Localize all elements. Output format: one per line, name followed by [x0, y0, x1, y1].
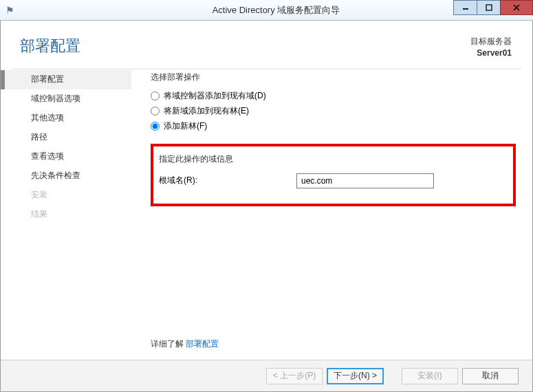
highlight-box: 指定此操作的域信息 根域名(R): [151, 144, 516, 206]
prev-button: < 上一步(P) [266, 368, 323, 384]
radio-add-dc-existing-domain[interactable]: 将域控制器添加到现有域(D) [151, 89, 516, 104]
minimize-button[interactable] [453, 0, 477, 15]
window-controls [454, 0, 533, 15]
more-info-link[interactable]: 部署配置 [186, 339, 219, 349]
radio-add-domain-existing-forest[interactable]: 将新域添加到现有林(E) [151, 104, 516, 119]
radio-input[interactable] [151, 122, 160, 131]
target-server-block: 目标服务器 Server01 [470, 36, 512, 59]
target-server-name: Server01 [470, 47, 512, 59]
next-button[interactable]: 下一步(N) > [327, 368, 384, 384]
sidebar-label: 先决条件检查 [31, 170, 80, 182]
install-button: 安装(I) [402, 368, 458, 384]
maximize-button[interactable] [477, 0, 501, 15]
root-domain-row: 根域名(R): [159, 173, 503, 188]
more-info-area: 详细了解 部署配置 [151, 338, 219, 350]
radio-input[interactable] [151, 91, 160, 100]
sidebar-label: 部署配置 [31, 74, 64, 85]
sidebar-label: 安装 [31, 189, 47, 201]
btn-label: 安装(I) [417, 370, 442, 382]
radio-label: 添加新林(F) [164, 120, 207, 132]
sidebar-item-results: 结果 [1, 205, 131, 224]
target-server-label: 目标服务器 [470, 36, 512, 47]
client-area: 部署配置 目标服务器 Server01 部署配置 域控制器选项 其他选项 路径 … [0, 21, 533, 392]
btn-label: < 上一步(P) [273, 370, 316, 382]
footer: < 上一步(P) 下一步(N) > 安装(I) 取消 [1, 360, 532, 391]
radio-label: 将域控制器添加到现有域(D) [164, 90, 266, 102]
sidebar-item-dc-options[interactable]: 域控制器选项 [1, 89, 131, 109]
domain-info-label: 指定此操作的域信息 [159, 153, 503, 165]
root-domain-label: 根域名(R): [159, 175, 296, 186]
root-domain-input[interactable] [296, 173, 434, 188]
close-button[interactable] [500, 0, 533, 15]
sidebar-item-prereq[interactable]: 先决条件检查 [1, 166, 131, 186]
cancel-button[interactable]: 取消 [462, 368, 519, 384]
btn-label: 取消 [482, 370, 499, 382]
svg-rect-1 [486, 5, 492, 10]
sidebar: 部署配置 域控制器选项 其他选项 路径 查看选项 先决条件检查 安装 结果 [1, 67, 131, 224]
sidebar-label: 路径 [31, 131, 47, 143]
page-title: 部署配置 [20, 36, 80, 56]
sidebar-label: 其他选项 [31, 112, 64, 124]
app-icon: ⚑ [0, 5, 19, 16]
sidebar-label: 查看选项 [31, 151, 64, 162]
header: 部署配置 目标服务器 Server01 [1, 21, 532, 65]
sidebar-item-deploy-config[interactable]: 部署配置 [1, 70, 131, 89]
btn-label: 下一步(N) > [334, 370, 377, 382]
radio-add-new-forest[interactable]: 添加新林(F) [151, 119, 516, 134]
sidebar-item-paths[interactable]: 路径 [1, 128, 131, 147]
titlebar: ⚑ Active Directory 域服务配置向导 [0, 0, 533, 21]
sidebar-label: 结果 [31, 208, 47, 220]
sidebar-item-additional[interactable]: 其他选项 [1, 109, 131, 128]
body: 部署配置 域控制器选项 其他选项 路径 查看选项 先决条件检查 安装 结果 选择… [1, 65, 532, 224]
sidebar-label: 域控制器选项 [31, 93, 80, 105]
main-panel: 选择部署操作 将域控制器添加到现有域(D) 将新域添加到现有林(E) 添加新林(… [131, 67, 532, 224]
more-info-prefix: 详细了解 [151, 339, 184, 349]
sidebar-item-review[interactable]: 查看选项 [1, 147, 131, 166]
radio-input[interactable] [151, 107, 160, 116]
radio-label: 将新域添加到现有林(E) [164, 105, 249, 117]
sidebar-item-install: 安装 [1, 186, 131, 205]
select-operation-label: 选择部署操作 [151, 72, 516, 83]
